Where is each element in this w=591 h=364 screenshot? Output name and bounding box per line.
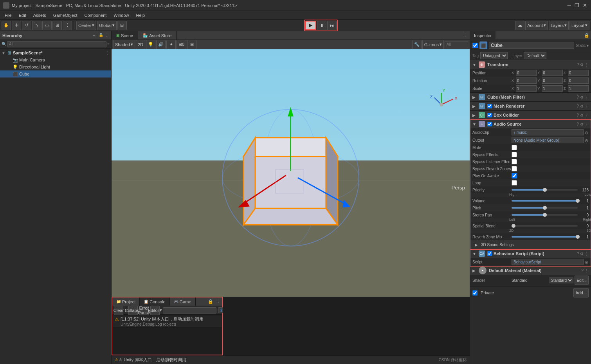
console-lock-icon[interactable]: 🔒 bbox=[206, 299, 215, 304]
editor-button[interactable]: Editor ▾ bbox=[150, 306, 160, 315]
object-name-input[interactable] bbox=[489, 42, 574, 49]
hierarchy-item-cube[interactable]: ▶ ⬛ Cube bbox=[0, 70, 111, 77]
console-search-input[interactable] bbox=[163, 307, 216, 314]
audio-btn[interactable]: 🔊 bbox=[156, 40, 166, 49]
box-collider-header[interactable]: ▶ ⬡ Box Collider ? ⚙ ⋮ bbox=[470, 111, 591, 119]
scene-opt2[interactable]: ⊞ bbox=[187, 40, 196, 49]
audio-source-menu[interactable]: ⋮ bbox=[585, 122, 589, 126]
hierarchy-filter-icon[interactable]: ≡ bbox=[107, 42, 110, 46]
move-tool[interactable]: ✛ bbox=[12, 21, 21, 30]
behaviour-script-header[interactable]: ▼ C# Behaviour Script (Script) ? ⚙ ⋮ bbox=[470, 249, 591, 258]
minimize-button[interactable]: ─ bbox=[566, 2, 572, 9]
menu-file[interactable]: File bbox=[2, 12, 15, 18]
scene-panel-menu[interactable]: ⋮ bbox=[461, 33, 470, 38]
view-mode-btn[interactable]: Shaded ▾ bbox=[113, 40, 135, 49]
volume-thumb[interactable] bbox=[576, 199, 580, 203]
scene-context-menu[interactable]: ⋮ bbox=[106, 51, 110, 55]
behaviour-script-settings[interactable]: ⚙ bbox=[580, 252, 584, 256]
layers-button[interactable]: Layers ▾ bbox=[549, 21, 569, 30]
tag-select[interactable]: Untagged bbox=[480, 52, 508, 59]
close-button[interactable]: ✕ bbox=[582, 2, 588, 9]
loop-checkbox[interactable] bbox=[512, 180, 517, 186]
reverb-slider[interactable] bbox=[512, 236, 578, 238]
stereo-thumb[interactable] bbox=[543, 213, 547, 217]
bypass-effects-checkbox[interactable] bbox=[512, 152, 517, 157]
transform-settings-btn[interactable]: ⚙ bbox=[580, 63, 584, 67]
audio-source-settings[interactable]: ⚙ bbox=[580, 122, 584, 126]
gizmo-tool[interactable]: 🔧 bbox=[412, 40, 422, 49]
audio-source-toggle[interactable] bbox=[487, 122, 492, 126]
pitch-thumb[interactable] bbox=[543, 206, 547, 210]
rotation-z-input[interactable] bbox=[568, 77, 589, 84]
position-y-input[interactable] bbox=[542, 70, 562, 76]
gizmos-btn[interactable]: Gizmos ▾ bbox=[422, 40, 444, 49]
menu-assets[interactable]: Assets bbox=[30, 12, 49, 18]
console-tab[interactable]: 📋 Console bbox=[140, 297, 169, 306]
box-collider-toggle[interactable] bbox=[487, 113, 492, 117]
scale-z-input[interactable] bbox=[568, 85, 589, 92]
menu-component[interactable]: Component bbox=[81, 12, 110, 18]
mesh-filter-help[interactable]: ? bbox=[577, 95, 579, 99]
menu-window[interactable]: Window bbox=[110, 12, 132, 18]
collab-button[interactable]: ☁ bbox=[515, 21, 524, 30]
scene-search-input[interactable] bbox=[445, 41, 468, 48]
volume-slider[interactable] bbox=[512, 200, 578, 202]
rect-tool[interactable]: ▭ bbox=[42, 21, 52, 30]
add-component-btn[interactable]: Add... bbox=[573, 288, 589, 297]
priority-thumb[interactable] bbox=[543, 188, 547, 192]
output-target[interactable]: ⊙ bbox=[585, 138, 589, 142]
mesh-filter-settings[interactable]: ⚙ bbox=[580, 95, 584, 99]
reverb-thumb[interactable] bbox=[576, 235, 580, 239]
transform-header[interactable]: ▼ ⊕ Transform ? ⚙ ⋮ bbox=[470, 60, 591, 69]
console-entry-0[interactable]: ⚠ [11:37:52] Unity 脚本入口，启动加载时调用 UnityEng… bbox=[113, 315, 222, 328]
scale-y-input[interactable] bbox=[542, 85, 562, 92]
mute-checkbox[interactable] bbox=[512, 145, 517, 150]
asset-store-tab[interactable]: 🏪 Asset Store bbox=[138, 31, 177, 40]
play-on-awake-checkbox[interactable] bbox=[512, 173, 517, 178]
collapse-button[interactable]: Collapse bbox=[128, 306, 138, 315]
shader-select[interactable]: Standard bbox=[549, 278, 573, 283]
mesh-renderer-help[interactable]: ? bbox=[577, 104, 579, 108]
play-button[interactable]: ▶ bbox=[305, 21, 316, 30]
hierarchy-item-light[interactable]: ▶ 💡 Directional Light bbox=[0, 63, 111, 70]
material-menu[interactable]: ⋮ bbox=[585, 268, 589, 273]
layout-button[interactable]: Layout ▾ bbox=[569, 21, 589, 30]
audio-source-header[interactable]: ▼ ♪ Audio Source ? ⚙ ⋮ bbox=[470, 120, 591, 128]
inspector-lock-btn[interactable]: 🔒 bbox=[582, 33, 591, 38]
script-target[interactable]: ⊙ bbox=[585, 260, 589, 264]
lighting-btn[interactable]: 💡 bbox=[146, 40, 155, 49]
clear-button[interactable]: Clear bbox=[114, 306, 123, 315]
mesh-renderer-toggle[interactable] bbox=[487, 104, 492, 108]
box-collider-menu[interactable]: ⋮ bbox=[585, 113, 589, 117]
grid-tool[interactable]: ⊟ bbox=[117, 21, 127, 30]
hierarchy-add-btn[interactable]: + bbox=[93, 33, 95, 38]
global-toggle[interactable]: Global ▾ bbox=[97, 21, 117, 30]
priority-slider[interactable] bbox=[512, 189, 578, 191]
mesh-renderer-header[interactable]: ▶ ⊟ Mesh Renderer ? ⚙ ⋮ bbox=[470, 102, 591, 110]
pitch-slider[interactable] bbox=[512, 207, 578, 209]
static-dropdown[interactable]: Static ▾ bbox=[576, 43, 589, 48]
pause-button[interactable]: ⏸ bbox=[317, 21, 326, 30]
fx-btn[interactable]: ✦ bbox=[166, 40, 176, 49]
scale-x-input[interactable] bbox=[516, 85, 537, 92]
behaviour-script-help[interactable]: ? bbox=[577, 252, 579, 256]
step-button[interactable]: ⏭ bbox=[327, 21, 337, 30]
audioclip-target[interactable]: ⊙ bbox=[585, 130, 589, 134]
spatial-slider[interactable] bbox=[512, 225, 578, 227]
custom-tool[interactable]: ⋮ bbox=[63, 21, 72, 30]
audio-source-help[interactable]: ? bbox=[577, 122, 579, 126]
menu-help[interactable]: Help bbox=[133, 12, 148, 18]
center-toggle[interactable]: Center ▾ bbox=[76, 21, 96, 30]
hierarchy-item-scene[interactable]: ▼ ⊞ SampleScene* ⋮ bbox=[0, 49, 111, 56]
shader-edit-btn[interactable]: Edit... bbox=[575, 276, 589, 285]
bypass-listener-checkbox[interactable] bbox=[512, 159, 517, 164]
behaviour-script-menu[interactable]: ⋮ bbox=[585, 252, 589, 256]
box-collider-settings[interactable]: ⚙ bbox=[580, 113, 584, 117]
transform-tool[interactable]: ⊞ bbox=[52, 21, 62, 30]
material-help[interactable]: ? bbox=[581, 268, 584, 273]
hierarchy-search-input[interactable] bbox=[7, 41, 106, 47]
hierarchy-item-camera[interactable]: ▶ 📷 Main Camera bbox=[0, 56, 111, 63]
box-collider-help[interactable]: ? bbox=[577, 113, 579, 117]
sound-settings-header[interactable]: ▶ 3D Sound Settings bbox=[470, 240, 591, 249]
stereo-slider[interactable] bbox=[512, 214, 578, 216]
